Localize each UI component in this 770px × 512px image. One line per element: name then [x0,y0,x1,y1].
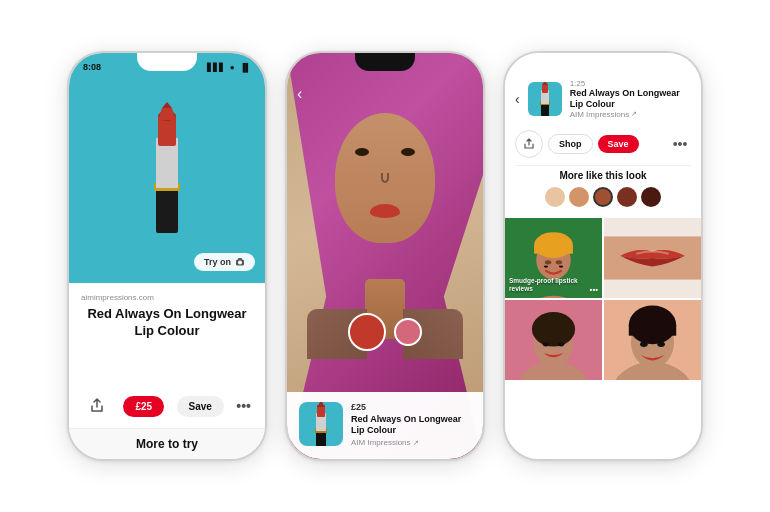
svg-point-35 [543,342,549,346]
phone1-body: aimimpressions.com Red Always On Longwea… [69,283,265,428]
vendor-small-2: AIM Impressions ↗ [351,438,471,447]
phone1-content: Try on aimimpressions.com Red Always On … [69,53,265,459]
back-button-3[interactable]: ‹ [515,91,520,107]
svg-rect-41 [629,325,676,336]
price-button-1[interactable]: £25 [123,396,164,417]
product-thumb-2 [299,402,343,446]
svg-rect-18 [542,84,548,93]
swatch-2[interactable] [569,187,589,207]
p3-vendor: AIM Impressions ↗ [570,110,691,119]
swatch-4[interactable] [617,187,637,207]
swatch-5[interactable] [641,187,661,207]
phone-2: ‹ £25 Red A [285,51,485,461]
status-time-1: 8:08 [83,62,101,72]
notch-3 [573,53,633,71]
name-small-2: Red Always On LongwearLip Colour [351,414,471,437]
svg-marker-5 [158,108,176,120]
phone3-action-row: Shop Save ••• [505,125,701,165]
grid-more-dots-1[interactable]: ••• [590,285,598,294]
action-bar-1: £25 Save ••• [81,392,253,420]
status-icons-1: ▋▋▋ ● ▐▌ [207,63,251,72]
svg-rect-15 [541,104,549,116]
phone3-content: ‹ 1:25 Red Always On LongwearLip Colour … [505,53,701,459]
notch-2 [355,53,415,71]
grid-image-2 [604,218,701,298]
product-info-2: £25 Red Always On LongwearLip Colour AIM… [351,402,471,447]
back-button-2[interactable]: ‹ [297,85,302,103]
svg-point-28 [559,265,563,267]
more-like-title: More like this look [515,170,691,181]
svg-point-25 [545,260,551,264]
svg-point-8 [238,261,242,265]
grid-cell-3[interactable] [505,300,602,380]
shop-button-3[interactable]: Shop [548,134,593,154]
lipstick-icon [132,98,202,238]
color-swatch-red[interactable] [348,313,386,351]
swatch-1[interactable] [545,187,565,207]
color-swatch-pink[interactable] [394,318,422,346]
share-icon [89,398,105,414]
grid-image-4 [604,300,701,380]
price-small-2: £25 [351,402,471,412]
grid-cell-2[interactable] [604,218,701,298]
product-title-1: Red Always On LongwearLip Colour [81,306,253,340]
svg-marker-14 [317,402,325,407]
svg-marker-19 [542,82,548,85]
notch-1 [137,53,197,71]
save-button-1[interactable]: Save [177,396,224,417]
svg-point-43 [657,341,665,346]
product-thumb-3 [528,82,562,116]
scene: 8:08 ▋▋▋ ● ▐▌ [0,0,770,512]
color-circles-2 [348,313,422,351]
svg-point-42 [640,341,648,346]
svg-point-26 [556,260,562,264]
grid-image-3 [505,300,602,380]
grid-cell-4[interactable] [604,300,701,380]
svg-point-40 [629,305,676,344]
lipstick-thumb-icon-3 [535,80,555,118]
phone1-image: Try on [69,53,265,283]
lipstick-thumb-icon [308,402,334,446]
grid-label-1: Smudge-proof lipstickreviews [509,277,578,294]
share-button-1[interactable] [83,392,111,420]
phone-3: ‹ 1:25 Red Always On LongwearLip Colour … [503,51,703,461]
camera-icon [235,257,245,267]
phone3-product-info: 1:25 Red Always On LongwearLip Colour AI… [570,79,691,119]
p3-name: Red Always On LongwearLip Colour [570,88,691,110]
share-icon-3 [523,138,535,150]
p3-number: 1:25 [570,79,691,88]
more-button-1[interactable]: ••• [236,398,251,414]
phone2-content: ‹ £25 Red A [287,53,483,459]
domain-text: aimimpressions.com [81,293,253,302]
save-button-3[interactable]: Save [598,135,639,153]
more-like-section: More like this look [505,166,701,218]
phone-1: 8:08 ▋▋▋ ● ▐▌ [67,51,267,461]
phone2-bottom-card: £25 Red Always On LongwearLip Colour AIM… [287,392,483,459]
swatch-row [515,187,691,207]
phone3-grid: Smudge-proof lipstickreviews ••• [505,218,701,459]
more-to-try-bar[interactable]: More to try [69,428,265,459]
svg-point-27 [544,265,548,267]
face-area [335,113,435,243]
svg-rect-9 [238,258,242,260]
more-button-3[interactable]: ••• [669,133,691,155]
swatch-3[interactable] [593,187,613,207]
svg-rect-24 [534,245,573,254]
svg-rect-10 [316,431,326,446]
grid-cell-1[interactable]: Smudge-proof lipstickreviews ••• [505,218,602,298]
svg-point-36 [558,342,564,346]
svg-rect-0 [156,188,178,233]
share-button-3[interactable] [515,130,543,158]
try-on-button[interactable]: Try on [194,253,255,271]
svg-marker-6 [162,102,172,108]
svg-point-34 [532,312,575,346]
